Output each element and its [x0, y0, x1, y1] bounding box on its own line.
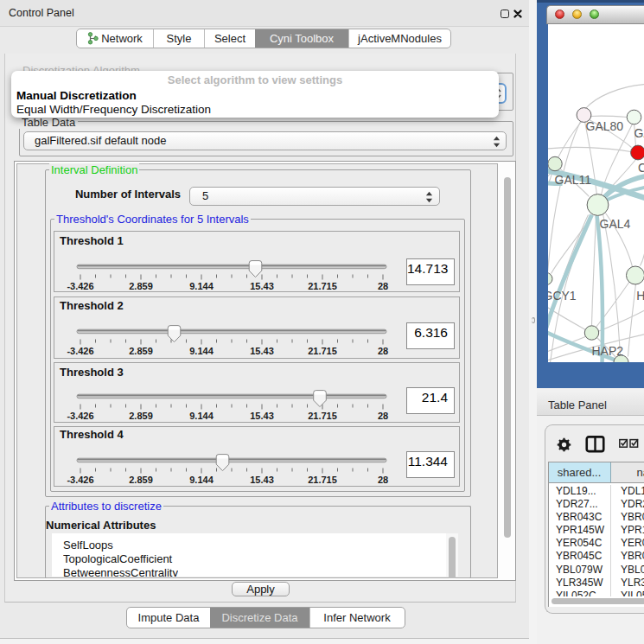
svg-text:2.859: 2.859 — [129, 475, 153, 485]
svg-text:9.144: 9.144 — [189, 475, 214, 485]
svg-text:-3.426: -3.426 — [67, 281, 93, 291]
svg-text:9.144: 9.144 — [189, 345, 214, 355]
svg-text:15.43: 15.43 — [250, 281, 274, 291]
svg-text:21.715: 21.715 — [308, 475, 337, 485]
svg-text:15.43: 15.43 — [250, 345, 274, 355]
svg-text:28: 28 — [378, 281, 388, 291]
svg-text:21.715: 21.715 — [308, 281, 337, 291]
svg-text:-3.426: -3.426 — [67, 475, 93, 485]
svg-text:21.715: 21.715 — [308, 411, 337, 421]
svg-text:2.859: 2.859 — [129, 411, 153, 421]
svg-text:HAP2: HAP2 — [591, 343, 623, 357]
svg-text:GA: GA — [634, 126, 644, 140]
svg-text:28: 28 — [378, 475, 388, 485]
svg-text:15.43: 15.43 — [250, 411, 274, 421]
svg-text:-3.426: -3.426 — [67, 345, 93, 355]
svg-text:9.144: 9.144 — [189, 411, 214, 421]
svg-text:C: C — [638, 160, 644, 174]
svg-text:GAL11: GAL11 — [554, 173, 591, 187]
svg-text:-3.426: -3.426 — [67, 411, 93, 421]
svg-text:9.144: 9.144 — [189, 281, 214, 291]
svg-text:GAL80: GAL80 — [585, 118, 623, 132]
svg-text:H: H — [636, 289, 644, 303]
svg-text:2.859: 2.859 — [129, 281, 153, 291]
svg-text:GAL4: GAL4 — [599, 216, 630, 230]
svg-text:GCY1: GCY1 — [548, 289, 577, 303]
svg-text:28: 28 — [378, 345, 388, 355]
svg-text:2.859: 2.859 — [129, 345, 153, 355]
svg-text:15.43: 15.43 — [250, 475, 274, 485]
svg-text:21.715: 21.715 — [308, 345, 337, 355]
svg-text:28: 28 — [378, 411, 388, 421]
